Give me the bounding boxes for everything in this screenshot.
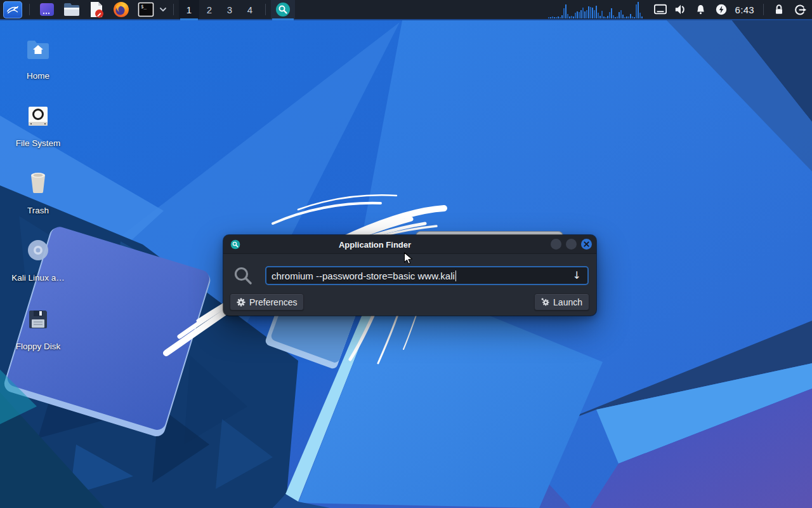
desktop-icon-label: Kali Linux a… — [11, 273, 64, 283]
launcher-text-editor[interactable] — [84, 0, 108, 19]
titlebar[interactable]: Application Finder — [223, 235, 596, 254]
close-icon — [584, 241, 589, 247]
firefox-icon — [112, 1, 130, 18]
history-dropdown-arrow-icon[interactable]: ↓ — [572, 271, 582, 281]
desktop-icon-label: Home — [27, 71, 49, 81]
preferences-label: Preferences — [249, 297, 297, 307]
desktop: $_ 1 2 3 4 — [0, 0, 812, 508]
home-folder-icon — [26, 36, 50, 60]
launch-button[interactable]: Launch — [534, 293, 589, 311]
text-caret — [455, 271, 457, 281]
top-panel: $_ 1 2 3 4 — [0, 0, 812, 20]
search-input-value: chromium --password-store=basic www.kali — [272, 271, 455, 281]
notifications-bell-icon[interactable] — [693, 0, 709, 19]
workspace-1[interactable]: 1 — [179, 0, 199, 19]
search-input[interactable]: chromium --password-store=basic www.kali… — [265, 266, 589, 285]
panel-separator — [763, 4, 764, 15]
optical-disc-icon — [27, 237, 49, 262]
launcher-file-manager[interactable] — [59, 0, 84, 19]
hard-drive-icon — [27, 103, 49, 127]
file-manager-icon — [63, 2, 81, 17]
panel-separator — [265, 4, 266, 15]
search-icon — [233, 266, 252, 285]
taskbar-application-finder[interactable] — [271, 0, 295, 19]
trash-can-icon — [27, 170, 49, 194]
workspace-2[interactable]: 2 — [199, 0, 219, 19]
clock[interactable]: 6:43 — [735, 4, 754, 15]
launch-label: Launch — [553, 297, 582, 307]
terminal-icon: $_ — [138, 1, 154, 18]
run-gear-icon — [541, 298, 549, 306]
lock-screen-icon[interactable] — [771, 0, 787, 19]
application-finder-window: Application Finder chromium --password-s… — [223, 235, 596, 316]
launcher-app-window[interactable] — [35, 0, 59, 19]
desktop-icon-kali-cd[interactable]: Kali Linux a… — [8, 237, 69, 283]
launcher-firefox[interactable] — [108, 0, 134, 19]
volume-icon[interactable] — [673, 0, 688, 19]
floppy-disk-icon — [27, 306, 49, 330]
maximize-button[interactable] — [566, 239, 577, 250]
gear-icon — [237, 298, 246, 307]
kali-logo-icon — [3, 1, 22, 18]
application-finder-icon — [275, 2, 291, 17]
launcher-terminal[interactable]: $_ — [134, 0, 158, 19]
chevron-down-icon — [159, 7, 167, 12]
workspace-4[interactable]: 4 — [240, 0, 260, 19]
workspace-switcher: 1 2 3 4 — [179, 0, 260, 19]
display-icon[interactable] — [653, 0, 668, 19]
app-window-icon — [39, 1, 55, 18]
logout-icon[interactable] — [792, 0, 807, 19]
preferences-button[interactable]: Preferences — [230, 293, 304, 311]
cpu-graph[interactable] — [548, 1, 643, 18]
workspace-3[interactable]: 3 — [219, 0, 240, 19]
window-title: Application Finder — [223, 235, 527, 254]
minimize-button[interactable] — [551, 239, 561, 250]
desktop-icon-home[interactable]: Home — [8, 36, 69, 81]
power-manager-icon[interactable] — [714, 0, 729, 19]
desktop-icon-floppy[interactable]: Floppy Disk — [8, 306, 69, 351]
desktop-icon-label: File System — [16, 138, 61, 148]
panel-separator — [173, 4, 174, 15]
terminal-prompt-glyph: $_ — [141, 4, 147, 10]
close-button[interactable] — [581, 239, 592, 250]
kali-menu-button[interactable] — [1, 0, 24, 19]
desktop-icon-trash[interactable]: Trash — [8, 170, 69, 215]
launcher-dropdown-chevron[interactable] — [158, 0, 168, 19]
panel-separator — [29, 4, 30, 15]
desktop-icon-label: Trash — [27, 206, 49, 215]
desktop-icon-label: Floppy Disk — [16, 342, 61, 351]
text-editor-icon — [88, 1, 105, 18]
desktop-icon-file-system[interactable]: File System — [8, 103, 69, 148]
